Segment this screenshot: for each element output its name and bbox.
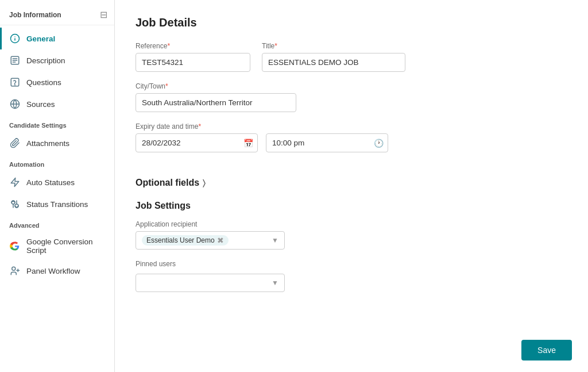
circle-info-icon [9, 33, 21, 44]
sidebar-item-description[interactable]: Description [0, 49, 114, 71]
pinned-users-label: Pinned users [136, 260, 567, 268]
save-button-container: Save [521, 340, 572, 361]
expiry-time-wrapper: 🕐 [266, 133, 388, 152]
sidebar-item-panel-workflow[interactable]: Panel Workflow [0, 260, 114, 282]
tag-remove-button[interactable]: ✖ [217, 236, 224, 244]
optional-fields-toggle[interactable]: Optional fields 〉 [136, 178, 567, 188]
auto-statuses-icon [9, 177, 21, 188]
sidebar-item-questions[interactable]: Questions [0, 71, 114, 93]
reference-group: Reference* [136, 42, 250, 72]
sidebar-header: Job Information ⊟ [0, 9, 114, 25]
app-recipient-dropdown[interactable]: Essentials User Demo ✖ ▼ [136, 231, 285, 250]
sidebar-item-label: Attachments [26, 139, 69, 148]
app-recipient-tag: Essentials User Demo ✖ [142, 235, 229, 246]
description-icon [9, 55, 21, 66]
attachments-icon [9, 137, 21, 149]
svg-point-8 [15, 85, 16, 85]
title-input[interactable] [262, 53, 405, 72]
candidate-settings-section: Candidate Settings [0, 115, 114, 132]
sidebar-item-general[interactable]: General [0, 28, 114, 49]
chevron-right-icon: 〉 [203, 178, 206, 188]
sidebar-collapse-button[interactable]: ⊟ [100, 9, 107, 20]
expiry-time-input[interactable] [266, 133, 388, 152]
sidebar-item-status-transitions[interactable]: Status Transitions [0, 193, 114, 215]
svg-marker-9 [11, 178, 19, 187]
reference-title-row: Reference* Title* [136, 42, 567, 72]
sidebar-item-label: Google Conversion Script [26, 237, 105, 255]
sources-icon [9, 98, 21, 110]
sidebar-item-label: Auto Statuses [26, 178, 75, 187]
app-recipient-group: Application recipient Essentials User De… [136, 220, 567, 250]
pinned-users-dropdown[interactable]: ▼ [136, 274, 285, 292]
sidebar-item-label: Status Transitions [26, 200, 88, 209]
page-title: Job Details [136, 16, 567, 29]
title-group: Title* [262, 42, 405, 72]
dropdown-arrow-icon: ▼ [272, 236, 278, 244]
expiry-date-wrapper: 📅 [136, 133, 258, 152]
city-group: City/Town* [136, 82, 567, 112]
questions-icon [9, 76, 21, 88]
title-label: Title* [262, 42, 405, 50]
dropdown-arrow-icon: ▼ [272, 279, 278, 287]
sidebar-item-sources[interactable]: Sources [0, 93, 114, 115]
expiry-label: Expiry date and time* [136, 122, 567, 131]
google-icon [9, 240, 21, 252]
expiry-row: 📅 🕐 [136, 133, 567, 152]
main-content: Job Details Reference* Title* City/Town*… [115, 0, 588, 372]
expiry-date-input[interactable] [136, 133, 258, 152]
pinned-users-group: Pinned users ▼ [136, 260, 567, 292]
sidebar-item-google-conversion[interactable]: Google Conversion Script [0, 232, 114, 260]
status-transitions-icon [9, 198, 21, 210]
city-input[interactable] [136, 93, 296, 112]
advanced-section: Advanced [0, 215, 114, 232]
expiry-group: Expiry date and time* 📅 🕐 [136, 122, 567, 165]
sidebar-item-label: General [26, 34, 55, 43]
reference-label: Reference* [136, 42, 250, 50]
panel-workflow-icon [9, 265, 21, 277]
svg-point-14 [12, 267, 16, 270]
city-label: City/Town* [136, 82, 567, 90]
sidebar-item-label: Questions [26, 78, 61, 87]
sidebar-item-label: Description [26, 56, 65, 65]
sidebar-title: Job Information [9, 11, 61, 19]
sidebar: Job Information ⊟ General Description [0, 0, 115, 372]
save-button[interactable]: Save [521, 340, 572, 361]
automation-section: Automation [0, 154, 114, 171]
reference-input[interactable] [136, 53, 250, 72]
job-settings-title: Job Settings [136, 201, 567, 211]
sidebar-item-label: Panel Workflow [26, 267, 80, 275]
app-recipient-label: Application recipient [136, 220, 567, 228]
sidebar-item-auto-statuses[interactable]: Auto Statuses [0, 171, 114, 193]
sidebar-item-label: Sources [26, 100, 55, 109]
optional-fields-label: Optional fields [136, 178, 199, 188]
sidebar-item-attachments[interactable]: Attachments [0, 132, 114, 154]
